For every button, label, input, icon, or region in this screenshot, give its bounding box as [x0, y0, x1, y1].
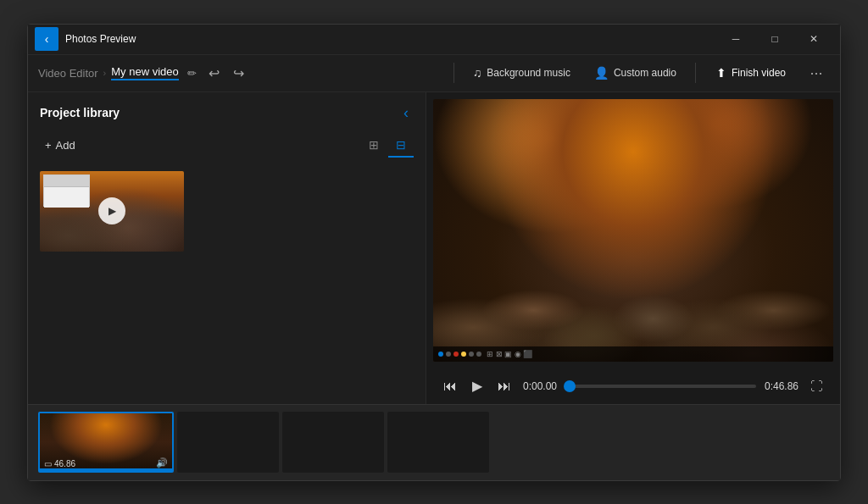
status-info: ⊞ ⊠ ▣ ◉ ⬛ [487, 350, 532, 358]
redo-button[interactable]: ↪ [228, 62, 249, 85]
status-dot-yellow [461, 352, 466, 357]
background-music-label: Background music [487, 67, 570, 79]
breadcrumb: Video Editor › My new video ✏ [38, 65, 197, 80]
status-dot-red [453, 352, 459, 357]
library-header: Project library ‹ [28, 92, 426, 130]
library-title: Project library [40, 106, 120, 119]
custom-audio-label: Custom audio [614, 67, 676, 79]
project-library-panel: Project library ‹ + Add ⊞ ⊟ [28, 92, 426, 404]
undo-redo-group: ↩ ↪ [203, 62, 249, 85]
rocks-overlay [433, 191, 833, 362]
more-options-button[interactable]: ··· [803, 59, 830, 86]
edit-title-icon[interactable]: ✏ [187, 67, 197, 80]
view-toggle: ⊞ ⊟ [361, 134, 414, 158]
timeline-clip-empty-3[interactable] [387, 412, 489, 473]
play-overlay: ▶ [40, 171, 184, 252]
library-toolbar: + Add ⊞ ⊟ [28, 130, 426, 164]
main-content: Project library ‹ + Add ⊞ ⊟ [28, 92, 840, 404]
minimize-button[interactable]: ─ [716, 25, 755, 53]
finish-video-button[interactable]: ⬆ Finish video [706, 62, 796, 84]
status-dot-blue [438, 352, 443, 357]
window-title: Photos Preview [65, 33, 716, 45]
timeline-clip-main[interactable]: ▭ 46.86 🔊 [38, 412, 174, 473]
fullscreen-button[interactable]: ⛶ [807, 375, 826, 396]
rewind-button[interactable]: ⏮ [440, 375, 460, 397]
end-time: 0:46.86 [765, 380, 798, 392]
undo-button[interactable]: ↩ [203, 62, 225, 85]
timeline-clip-empty-1[interactable] [177, 412, 279, 473]
custom-audio-icon: 👤 [594, 66, 609, 80]
breadcrumb-separator: › [103, 68, 107, 78]
current-time: 0:00.00 [523, 380, 557, 392]
breadcrumb-parent[interactable]: Video Editor [38, 67, 98, 80]
progress-bar[interactable] [565, 385, 756, 388]
status-dot-2 [469, 352, 474, 357]
collapse-panel-button[interactable]: ‹ [398, 102, 414, 124]
play-pause-button[interactable]: ▶ [469, 374, 486, 397]
status-dot-1 [446, 352, 451, 357]
add-icon: + [45, 139, 52, 152]
breadcrumb-current[interactable]: My new video [111, 65, 178, 80]
play-icon: ▶ [98, 197, 125, 224]
background-music-button[interactable]: ♫ Background music [465, 62, 579, 84]
toolbar-divider-2 [695, 63, 696, 83]
video-controls: ⏮ ▶ ⏭ 0:00.00 0:46.86 ⛶ [426, 368, 840, 404]
music-icon: ♫ [473, 66, 482, 80]
timeline: ▭ 46.86 🔊 [28, 404, 840, 480]
clip-monitor-icon: ▭ [44, 459, 52, 468]
grid-view-button[interactable]: ⊞ [361, 134, 387, 158]
close-button[interactable]: ✕ [794, 25, 833, 53]
library-content: ▶ [28, 164, 426, 404]
back-button[interactable]: ‹ [35, 27, 58, 51]
app-window: ‹ Photos Preview ─ □ ✕ Video Editor › My… [27, 24, 841, 481]
clip-duration-label: ▭ 46.86 [44, 459, 75, 468]
timeline-clip-empty-2[interactable] [282, 412, 384, 473]
progress-thumb[interactable] [564, 380, 576, 392]
add-label: Add [56, 139, 75, 152]
maximize-button[interactable]: □ [755, 25, 794, 53]
clip-progress-bar [40, 468, 172, 471]
clip-audio-icon: 🔊 [156, 457, 168, 468]
toolbar: Video Editor › My new video ✏ ↩ ↪ ♫ Back… [28, 55, 840, 92]
list-view-button[interactable]: ⊟ [388, 134, 414, 158]
media-item[interactable]: ▶ [40, 171, 184, 252]
finish-video-label: Finish video [732, 67, 786, 79]
toolbar-divider [453, 63, 454, 83]
finish-icon: ⬆ [716, 66, 726, 80]
status-dots [438, 352, 481, 357]
window-controls: ─ □ ✕ [716, 25, 833, 53]
fast-forward-button[interactable]: ⏭ [494, 375, 515, 397]
title-bar: ‹ Photos Preview ─ □ ✕ [28, 25, 840, 55]
video-preview: ⊞ ⊠ ▣ ◉ ⬛ [433, 99, 833, 362]
preview-status-bar: ⊞ ⊠ ▣ ◉ ⬛ [433, 346, 833, 362]
video-preview-panel: ⊞ ⊠ ▣ ◉ ⬛ ⏮ ▶ ⏭ 0:00.00 0:46.86 ⛶ [426, 92, 840, 404]
status-dot-3 [476, 352, 481, 357]
custom-audio-button[interactable]: 👤 Custom audio [586, 62, 685, 84]
add-media-button[interactable]: + Add [40, 136, 81, 155]
